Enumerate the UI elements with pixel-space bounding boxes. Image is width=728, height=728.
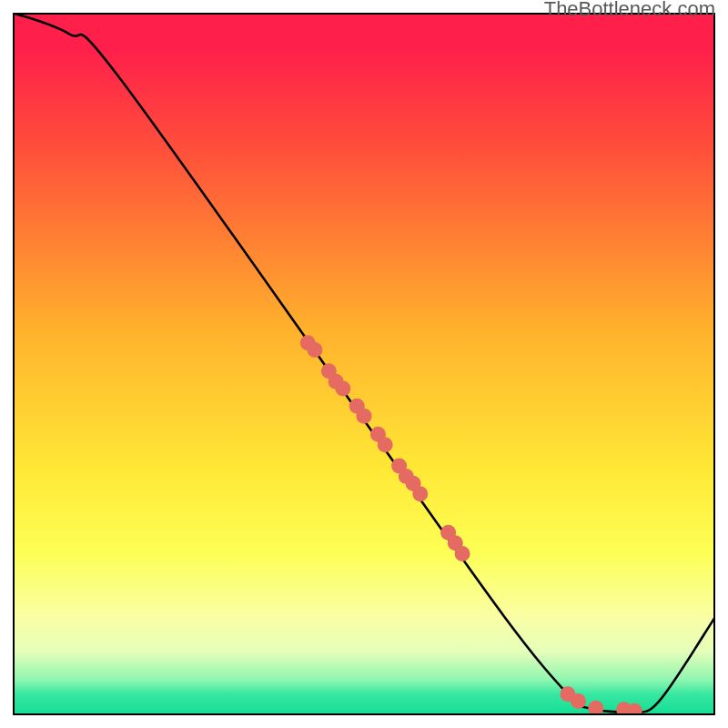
data-point: [571, 693, 586, 709]
data-point: [378, 437, 393, 452]
attribution-text: TheBottleneck.com: [544, 0, 715, 21]
data-point: [307, 342, 322, 358]
gradient-background: [13, 13, 715, 715]
chart-frame: TheBottleneck.com: [0, 0, 728, 728]
data-point: [455, 546, 470, 561]
data-point: [588, 701, 603, 715]
data-point: [357, 409, 372, 424]
data-point: [412, 486, 428, 501]
data-point: [335, 381, 350, 397]
plot-area: [13, 13, 715, 715]
chart-svg: [13, 13, 715, 715]
